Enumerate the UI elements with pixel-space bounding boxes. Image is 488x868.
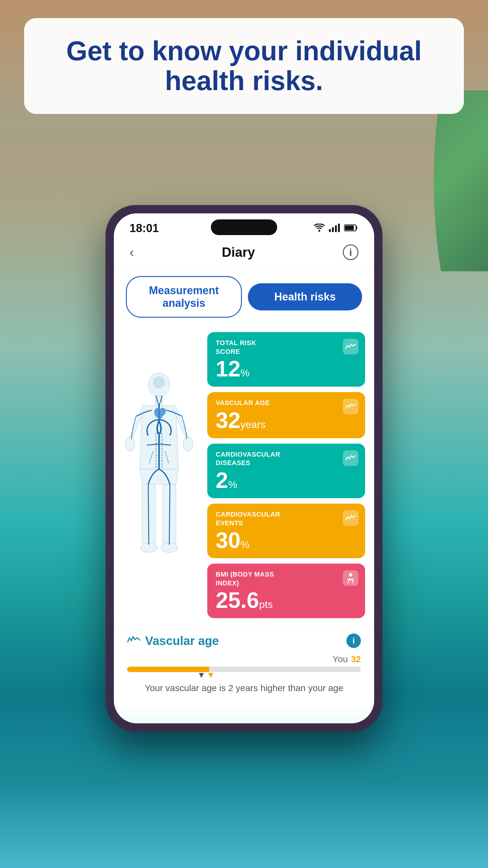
metric-label-bmi: BMI (BODY MASS INDEX) <box>216 570 276 587</box>
metric-label-cv-diseases: CARDIOVASCULAR DISEASES <box>216 450 276 467</box>
tab-bar: Measurement analysis Health risks <box>114 268 374 326</box>
vascular-waveform-icon <box>127 634 140 647</box>
slider-markers: ▼ ▼ <box>127 670 361 679</box>
info-button[interactable]: i <box>343 244 358 260</box>
svg-rect-1 <box>329 229 331 232</box>
card-total-risk-score: TOTAL RISK SCORE 12% <box>207 332 365 387</box>
svg-rect-3 <box>335 225 337 232</box>
vascular-age-section: Vascular age i You 32 ▼ ▼ Your vascular … <box>114 624 374 705</box>
svg-rect-4 <box>338 224 340 232</box>
phone-bottom-fade <box>114 705 374 723</box>
notch <box>211 219 277 235</box>
vascular-description: Your vascular age is 2 years higher than… <box>127 683 361 693</box>
svg-line-22 <box>169 484 170 545</box>
svg-line-26 <box>348 579 349 580</box>
wifi-icon <box>314 224 325 233</box>
metric-label-vascular-age: VASCULAR AGE <box>216 399 276 407</box>
slider-label-value: 32 <box>351 654 361 664</box>
marker-val: ▼ <box>207 670 215 680</box>
marker-you: ▼ <box>197 670 206 680</box>
card-bmi: BMI (BODY MASS INDEX) 25.6pts <box>207 564 365 618</box>
tab-health-risks[interactable]: Health risks <box>248 283 362 310</box>
navigation-bar: ‹ Diary i <box>114 239 374 268</box>
card-cardiovascular-diseases: CARDIOVASCULAR DISEASES 2% <box>207 444 365 498</box>
svg-rect-6 <box>345 225 354 230</box>
slider-labels: You 32 <box>127 654 361 664</box>
tab-measurement-analysis[interactable]: Measurement analysis <box>126 276 242 318</box>
body-illustration <box>114 326 204 624</box>
metric-icon-cv-events <box>343 510 358 526</box>
phone-frame: 18:01 <box>105 205 383 732</box>
metric-icon-vascular-age <box>343 399 358 414</box>
vascular-title-row: Vascular age <box>127 634 219 648</box>
svg-point-11 <box>183 437 193 451</box>
metric-icon-bmi <box>343 570 358 586</box>
battery-icon <box>344 224 358 233</box>
vascular-info-button[interactable]: i <box>347 633 361 648</box>
phone-screen: 18:01 <box>114 213 374 723</box>
status-bar: 18:01 <box>114 213 374 239</box>
metric-value-total-risk: 12% <box>216 358 357 380</box>
svg-line-27 <box>353 579 354 580</box>
headline-text: Get to know your individual health risks… <box>48 36 440 96</box>
vascular-header: Vascular age i <box>127 633 361 648</box>
phone-mockup: 18:01 <box>105 205 383 732</box>
svg-point-10 <box>125 437 135 451</box>
metric-value-cv-events: 30% <box>216 529 357 552</box>
svg-point-25 <box>349 573 352 577</box>
metric-value-cv-diseases: 2% <box>216 469 357 492</box>
metric-icon-cv-diseases <box>343 450 358 466</box>
status-icons <box>314 224 358 233</box>
svg-point-0 <box>318 230 320 232</box>
slider-label-you: You <box>332 654 348 664</box>
card-vascular-age: VASCULAR AGE 32years <box>207 392 365 438</box>
signal-icon <box>329 224 340 233</box>
status-time: 18:01 <box>130 222 159 235</box>
metric-value-vascular-age: 32years <box>216 409 357 432</box>
main-content: TOTAL RISK SCORE 12% VASCULAR AGE <box>114 326 374 624</box>
metric-label-cv-events: CARDIOVASCULAR EVENTS <box>216 510 276 527</box>
slider-container: ▼ ▼ <box>127 667 361 679</box>
back-button[interactable]: ‹ <box>130 245 134 260</box>
vascular-body-svg <box>123 373 195 578</box>
svg-point-8 <box>153 376 165 389</box>
svg-line-21 <box>148 484 149 545</box>
headline-card: Get to know your individual health risks… <box>24 18 464 114</box>
svg-rect-2 <box>332 227 334 232</box>
metric-icon-total-risk <box>343 339 358 354</box>
metric-value-bmi: 25.6pts <box>216 589 357 612</box>
page-title: Diary <box>222 245 255 260</box>
metrics-cards: TOTAL RISK SCORE 12% VASCULAR AGE <box>204 326 374 624</box>
metric-label-total-risk: TOTAL RISK SCORE <box>216 339 276 356</box>
card-cardiovascular-events: CARDIOVASCULAR EVENTS 30% <box>207 504 365 558</box>
vascular-section-title: Vascular age <box>145 634 219 648</box>
